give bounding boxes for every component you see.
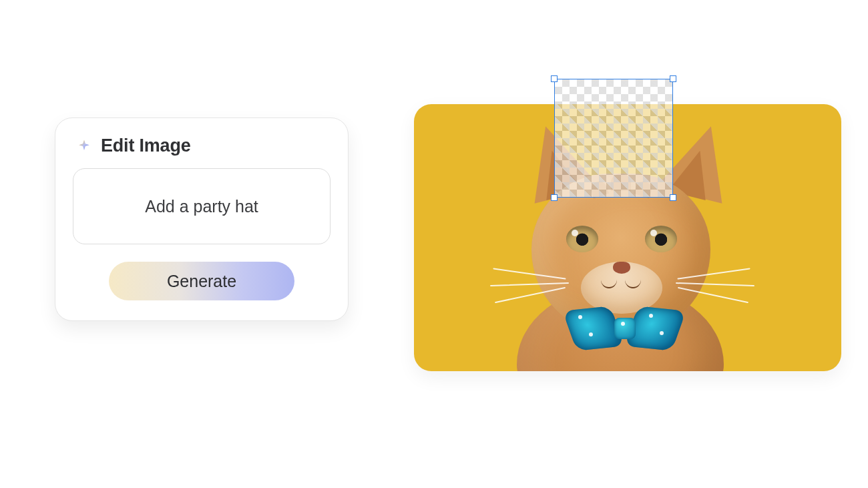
selection-handle-tl[interactable] <box>551 75 558 82</box>
panel-title: Edit Image <box>101 136 191 156</box>
panel-header: Edit Image <box>77 136 331 156</box>
edit-image-panel: Edit Image Generate <box>55 117 349 321</box>
sparkle-icon <box>77 139 91 154</box>
prompt-input[interactable] <box>73 196 330 217</box>
selection-handle-br[interactable] <box>670 194 676 201</box>
generate-button[interactable]: Generate <box>109 262 294 300</box>
selection-handle-tr[interactable] <box>670 75 676 82</box>
prompt-input-container[interactable] <box>73 168 331 244</box>
selection-handle-bl[interactable] <box>551 194 558 201</box>
bow-tie <box>574 306 674 352</box>
selection-box[interactable] <box>554 79 673 198</box>
